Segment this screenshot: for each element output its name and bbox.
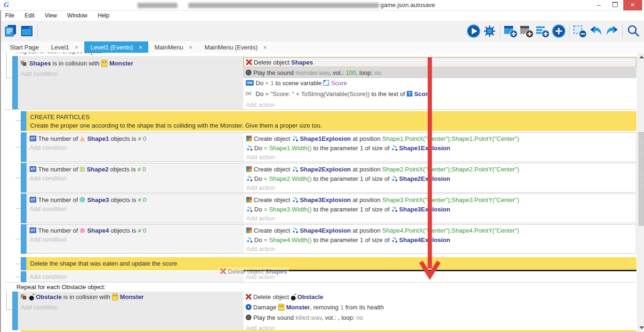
event-comment[interactable]: CREATE PARTICLESCreate the proper one ac… [26,111,636,131]
tab-mainmenu[interactable]: MainMenu× [148,41,198,53]
tab-label: MainMenu (Events) [205,44,258,51]
scrollbar-thumb[interactable] [638,132,644,226]
tab-close-icon[interactable]: × [139,44,143,51]
maximize-button[interactable] [607,0,622,10]
action-row[interactable]: Delete object Obstacle [243,292,636,302]
add-condition-link[interactable]: Add condition [21,302,58,313]
tree-connector [16,121,21,121]
action-row[interactable]: Damage Monster, removing 1 from its heal… [243,302,636,313]
segment-text: to scene variable [274,80,324,87]
event-indent-bar[interactable] [12,292,18,330]
menu-help[interactable]: Help [93,11,115,19]
remove-selection-icon[interactable] [572,24,588,39]
segment-text: objects is [109,196,137,203]
toolbar [0,21,644,42]
project-manager-icon[interactable] [3,24,19,39]
action-row[interactable]: Play the sound monster.wav, vol.: 100, l… [243,68,636,78]
segment-text: Play the sound [253,314,296,321]
add-action-link[interactable]: Add action [246,100,274,110]
add-comment-icon[interactable] [535,24,551,39]
add-action-link[interactable]: Add action [246,214,275,223]
event-indent-bar[interactable] [21,194,26,223]
segment-green: ≠ 0 [138,227,146,234]
close-button[interactable]: × [623,0,642,10]
action-row[interactable]: Do = Shape1.Width() to the parameter 1 o… [246,143,450,154]
action-row[interactable]: Play the sound killed.wav, vol.: , loop:… [243,313,636,323]
event-indent-bar[interactable] [21,224,26,254]
event-indent-bar[interactable] [21,257,26,270]
segment-obj: Shape2 [87,166,108,173]
tab-close-icon[interactable]: × [263,44,267,51]
condition-row[interactable]: x?The number of Shape1 objects is ≠ 0 [30,134,146,144]
add-condition-link[interactable]: Add condition [30,143,67,153]
play-icon[interactable] [466,24,482,39]
menu-file[interactable]: File [0,11,19,19]
menu-edit[interactable]: Edit [19,11,40,19]
event-indent-bar[interactable] [21,163,26,193]
segment-text: Do [254,236,264,243]
scroll-down-icon[interactable] [639,326,644,329]
sub-event-block: x?The number of Shape1 objects is ≠ 0Add… [26,132,636,162]
event-indent-bar[interactable] [21,111,26,131]
add-condition-link[interactable]: Add condition [30,204,67,214]
action-row[interactable]: Create object Shape1Explosion at positio… [246,134,519,144]
segment-text: Damage [253,304,278,311]
segment-obj: Shape2Explosion [300,166,351,173]
scene-editor-icon[interactable] [19,24,35,39]
segment-text: Do [254,145,264,152]
search-icon[interactable] [625,24,641,39]
foreach-header-text: Repeat for each Shapes object: [16,53,102,56]
menu-view[interactable]: View [40,11,62,19]
add-action-link[interactable]: Add action [246,244,275,254]
tab-close-icon[interactable]: × [189,44,193,51]
event-indent-bar[interactable] [12,56,18,109]
particle-icon [292,166,298,172]
action-row[interactable]: Delete object Shapes [243,57,636,67]
minimize-button[interactable]: – [591,0,606,10]
add-condition-link[interactable]: Add condition [30,272,67,282]
event-indent-bar[interactable] [21,271,26,283]
add-condition-link[interactable]: Add condition [30,174,67,183]
event-comment[interactable]: Delete the shape that was eaten and upda… [26,257,636,270]
scroll-up-icon[interactable] [639,56,644,58]
particle-icon [292,197,298,203]
action-row[interactable]: Do = Shape2.Width() to the parameter 1 o… [246,174,450,184]
action-row[interactable]: Do = Shape3.Width() to the parameter 1 o… [246,204,450,215]
action-row[interactable]: Do = Shape4.Width() to the parameter 1 o… [246,235,450,245]
count-icon: x? [30,227,36,233]
add-event-icon[interactable] [503,24,519,39]
tab-close-icon[interactable]: × [75,44,79,51]
tab-mainmenu-events-[interactable]: MainMenu (Events)× [199,41,273,53]
vertical-scrollbar[interactable] [637,53,644,332]
add-condition-link[interactable]: Add condition [30,235,67,244]
segment-obj: Shapes [266,268,287,275]
action-row[interactable]: Create object Shape2Explosion at positio… [246,164,519,175]
action-row[interactable]: Create object Shape3Explosion at positio… [246,195,519,205]
menu-window[interactable]: Window [62,11,93,19]
tab-level1[interactable]: Level1× [45,41,84,53]
condition-row[interactable]: x?The number of Shape3 objects is ≠ 0 [30,195,146,205]
comment-body: Create the proper one according to the s… [30,121,322,130]
action-row[interactable]: txtDo = "Score: " + ToString(Variable(Sc… [243,89,636,99]
condition-row[interactable]: x?The number of Shape2 objects is ≠ 0 [30,164,146,175]
condition-row[interactable]: Obstacle is in collision with Monster [21,292,144,302]
tab-level1-events-[interactable]: Level1 (Events)× [84,41,148,53]
undo-icon[interactable] [588,24,604,39]
tab-start-page[interactable]: Start Page [4,41,45,53]
action-row[interactable]: Create object Shape4Explosion at positio… [246,226,519,236]
segment-obj: Obstacle [36,293,62,300]
add-action-link[interactable]: Add action [246,183,275,193]
foreach-header-text[interactable]: Repeat for each Obstacle object: [16,283,105,292]
add-other-icon[interactable] [551,24,567,39]
redo-icon[interactable] [604,24,620,39]
event-indent-bar[interactable] [21,132,26,162]
action-row[interactable]: VarDo + 1 to scene variable Score [243,78,636,89]
debug-icon[interactable] [482,24,498,39]
add-subevent-icon[interactable] [519,24,535,39]
segment-green: ≠ 0 [138,135,146,142]
condition-row[interactable]: Shapes is in collision with Monster [21,58,133,69]
condition-row[interactable]: x?The number of Shape4 objects is ≠ 0 [30,226,146,236]
toolbar-divider [569,24,570,38]
add-condition-link[interactable]: Add condition [21,69,58,79]
add-action-link[interactable]: Add action [246,153,275,162]
